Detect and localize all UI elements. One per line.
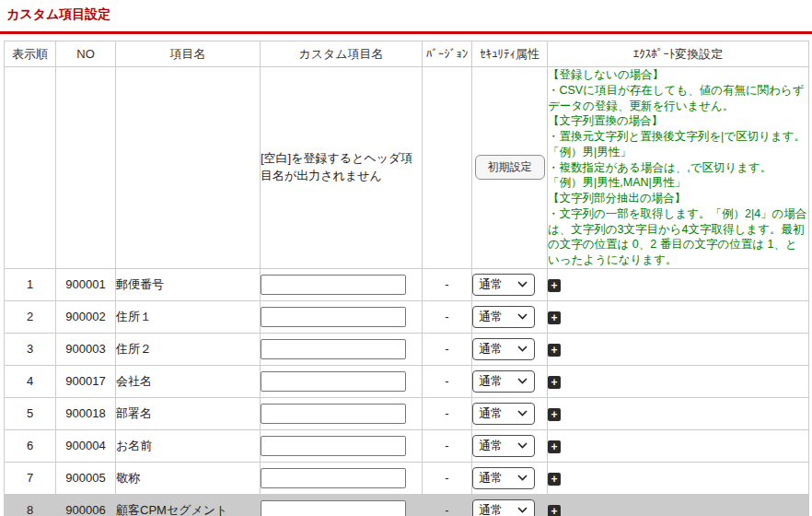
no-cell: 900003 xyxy=(56,333,116,365)
security-select-value: 通常 xyxy=(479,309,503,325)
custom-name-cell xyxy=(261,397,423,429)
table-row: 1 900001 郵便番号 - 通常 + xyxy=(5,268,809,300)
plus-icon: + xyxy=(551,376,557,387)
plus-icon: + xyxy=(551,408,557,419)
custom-name-input[interactable] xyxy=(261,404,406,424)
version-cell: - xyxy=(423,268,472,300)
custom-name-input[interactable] xyxy=(261,500,406,516)
security-select[interactable]: 通常 xyxy=(472,274,535,296)
security-select[interactable]: 通常 xyxy=(472,338,535,360)
title-divider xyxy=(0,31,812,34)
display-order-cell: 1 xyxy=(5,268,56,300)
security-cell: 通常 xyxy=(472,462,548,494)
col-header-display-order: 表示順 xyxy=(5,41,56,67)
item-name-cell: 部署名 xyxy=(116,397,261,429)
custom-name-note: [空白]を登録するとヘッダ項目名が出力されません xyxy=(261,67,423,269)
export-cell: + xyxy=(548,268,809,300)
empty-cell xyxy=(423,67,472,269)
add-export-setting-button[interactable]: + xyxy=(548,473,561,486)
default-settings-cell: 初期設定 xyxy=(472,67,548,269)
chevron-down-icon xyxy=(517,281,528,287)
display-order-cell: 2 xyxy=(5,300,56,333)
export-cell: + xyxy=(548,429,809,462)
table-row: 6 900004 お名前 - 通常 + xyxy=(5,429,809,462)
display-order-cell: 3 xyxy=(5,333,56,365)
page-title: カスタム項目設定 xyxy=(6,6,812,23)
custom-name-input[interactable] xyxy=(261,371,406,392)
export-cell: + xyxy=(548,397,809,429)
export-instruction-line: ・置換元文字列と置換後文字列を|で区切ります。「例）男|男性」 xyxy=(548,129,808,160)
security-select-value: 通常 xyxy=(479,438,503,454)
security-cell: 通常 xyxy=(472,429,548,462)
empty-cell xyxy=(56,67,116,269)
export-instruction-line: ・CSVに項目が存在しても、値の有無に関わらずデータの登録、更新を行いません。 xyxy=(548,83,808,114)
chevron-down-icon xyxy=(517,410,528,416)
display-order-cell: 4 xyxy=(5,365,56,397)
item-name-cell: お名前 xyxy=(116,429,261,462)
item-name-cell: 住所１ xyxy=(116,300,261,333)
custom-name-cell xyxy=(261,268,423,300)
export-cell: + xyxy=(548,494,809,516)
version-cell: - xyxy=(423,300,472,333)
security-select-value: 通常 xyxy=(479,373,503,390)
plus-icon: + xyxy=(551,344,557,355)
no-cell: 900006 xyxy=(56,494,116,516)
security-cell: 通常 xyxy=(472,365,548,397)
col-header-version: ﾊﾞｰｼﾞｮﾝ xyxy=(423,41,472,67)
plus-icon: + xyxy=(551,279,557,290)
add-export-setting-button[interactable]: + xyxy=(548,311,561,324)
security-select[interactable]: 通常 xyxy=(472,499,535,516)
version-cell: - xyxy=(423,429,472,462)
security-cell: 通常 xyxy=(472,397,548,429)
custom-name-input[interactable] xyxy=(261,436,406,456)
display-order-cell: 7 xyxy=(5,462,56,494)
security-select[interactable]: 通常 xyxy=(472,306,535,328)
chevron-down-icon xyxy=(517,313,528,320)
export-instruction-line: 【文字列部分抽出の場合】 xyxy=(548,191,808,206)
table-row: 4 900017 会社名 - 通常 + xyxy=(5,365,809,397)
item-name-cell: 顧客CPMセグメント xyxy=(116,494,261,516)
export-instruction-line: 「例）男|男性,MAN|男性」 xyxy=(548,175,808,191)
table-row: 5 900018 部署名 - 通常 + xyxy=(5,397,809,429)
empty-cell xyxy=(116,67,261,269)
add-export-setting-button[interactable]: + xyxy=(548,376,561,389)
security-select[interactable]: 通常 xyxy=(472,403,535,425)
plus-icon: + xyxy=(551,311,557,322)
export-instruction-line: ・文字列の一部を取得します。「例）2|4」の場合は、文字列の3文字目から4文字取… xyxy=(548,206,808,268)
col-header-export-conversion: ｴｸｽﾎﾟｰﾄ変換設定 xyxy=(548,41,809,67)
export-instruction-line: 【文字列置換の場合】 xyxy=(548,113,808,129)
security-select[interactable]: 通常 xyxy=(472,435,535,457)
custom-name-input[interactable] xyxy=(261,275,406,295)
security-cell: 通常 xyxy=(472,333,548,365)
custom-name-input[interactable] xyxy=(261,468,406,488)
col-header-item-name: 項目名 xyxy=(116,41,261,67)
add-export-setting-button[interactable]: + xyxy=(548,440,561,453)
version-cell: - xyxy=(423,462,472,494)
no-cell: 900017 xyxy=(56,365,116,397)
custom-name-cell xyxy=(261,365,423,397)
custom-name-cell xyxy=(261,300,423,333)
security-select[interactable]: 通常 xyxy=(472,370,535,393)
add-export-setting-button[interactable]: + xyxy=(548,505,561,516)
chevron-down-icon xyxy=(517,346,528,352)
custom-name-input[interactable] xyxy=(261,307,406,327)
export-cell: + xyxy=(548,333,809,365)
add-export-setting-button[interactable]: + xyxy=(548,344,561,357)
custom-name-input[interactable] xyxy=(261,339,406,359)
default-settings-button[interactable]: 初期設定 xyxy=(475,155,545,180)
no-cell: 900004 xyxy=(56,429,116,462)
col-header-no: NO xyxy=(56,41,116,67)
custom-name-cell xyxy=(261,429,423,462)
no-cell: 900002 xyxy=(56,300,116,333)
display-order-cell: 5 xyxy=(5,397,56,429)
item-name-cell: 会社名 xyxy=(116,365,261,397)
security-select-value: 通常 xyxy=(479,405,503,422)
table-row: 3 900003 住所２ - 通常 + xyxy=(5,333,809,365)
add-export-setting-button[interactable]: + xyxy=(548,408,561,421)
chevron-down-icon xyxy=(517,507,528,513)
empty-cell xyxy=(5,67,56,269)
add-export-setting-button[interactable]: + xyxy=(548,279,561,292)
export-instruction-line: 【登録しないの場合】 xyxy=(548,67,808,83)
plus-icon: + xyxy=(551,440,557,452)
security-select[interactable]: 通常 xyxy=(472,467,535,489)
